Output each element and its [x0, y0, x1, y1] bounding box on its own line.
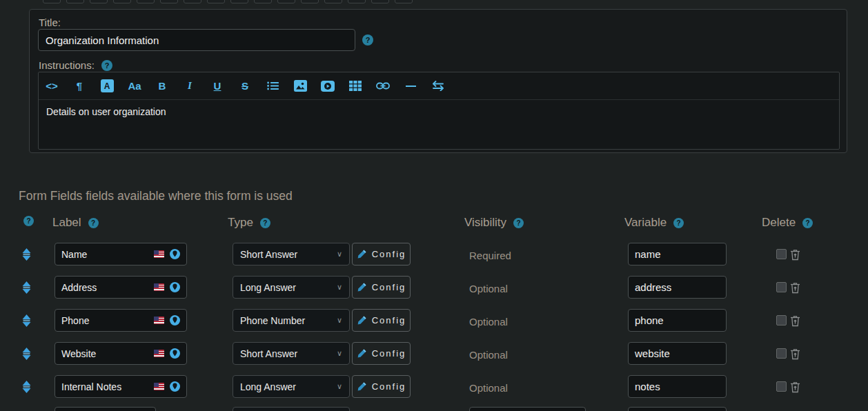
instructions-content[interactable]: Details on user organization	[39, 100, 839, 123]
field-type-select[interactable]: Short Answer ∨	[233, 342, 350, 365]
delete-checkbox[interactable]	[776, 249, 787, 259]
video-icon[interactable]	[319, 78, 337, 94]
field-label-input[interactable]: Phone	[55, 309, 187, 332]
new-field-label-input[interactable]	[55, 407, 156, 411]
new-field-variable-input[interactable]	[628, 407, 727, 411]
table-icon[interactable]	[346, 78, 364, 94]
us-flag-icon[interactable]	[154, 383, 164, 390]
drag-handle-icon[interactable]	[21, 314, 32, 327]
delete-checkbox[interactable]	[776, 315, 787, 325]
font-size-icon[interactable]: Aa	[126, 78, 144, 94]
globe-translate-icon[interactable]	[170, 315, 180, 325]
top-toolbar-button[interactable]	[348, 0, 366, 3]
title-help-icon[interactable]: ?	[362, 34, 373, 46]
drag-handle-icon[interactable]	[21, 248, 32, 261]
field-type-select[interactable]: Phone Number ∨	[233, 309, 350, 332]
trash-icon[interactable]	[790, 381, 800, 393]
variable-input[interactable]: name	[628, 243, 727, 265]
horizontal-rule-icon[interactable]	[402, 78, 420, 94]
field-label-input[interactable]: Address	[55, 276, 187, 299]
field-type-select[interactable]: Long Answer ∨	[233, 375, 350, 398]
us-flag-icon[interactable]	[154, 250, 164, 258]
globe-translate-icon[interactable]	[170, 249, 180, 259]
globe-translate-icon[interactable]	[170, 282, 180, 292]
delete-help-icon[interactable]: ?	[802, 218, 813, 228]
field-label-input[interactable]: Internal Notes	[55, 375, 187, 398]
delete-checkbox[interactable]	[776, 348, 787, 359]
column-header-variable: Variable ?	[624, 216, 684, 230]
top-toolbar-button[interactable]	[371, 0, 389, 3]
field-type-value: Short Answer	[240, 249, 297, 260]
globe-translate-icon[interactable]	[170, 381, 180, 392]
us-flag-icon[interactable]	[154, 350, 164, 357]
label-help-icon[interactable]: ?	[88, 218, 99, 228]
top-toolbar-button[interactable]	[230, 0, 248, 3]
swap-arrows-icon[interactable]	[429, 78, 447, 94]
variable-input[interactable]: phone	[628, 309, 727, 332]
top-toolbar-button[interactable]	[43, 0, 61, 3]
type-help-icon[interactable]: ?	[260, 218, 270, 228]
strikethrough-icon[interactable]: S	[236, 78, 254, 94]
us-flag-icon[interactable]	[154, 317, 164, 324]
variable-value: website	[635, 348, 670, 359]
trash-icon[interactable]	[790, 348, 800, 360]
new-field-type-select[interactable]	[233, 407, 350, 411]
field-label-input[interactable]: Website	[55, 342, 187, 365]
top-toolbar-button[interactable]	[301, 0, 319, 3]
field-label-value: Internal Notes	[61, 381, 148, 392]
top-toolbar-button[interactable]	[395, 0, 413, 3]
top-toolbar-button[interactable]	[254, 0, 272, 3]
variable-input[interactable]: notes	[628, 375, 727, 398]
top-toolbar-button[interactable]	[184, 0, 201, 3]
field-type-select[interactable]: Long Answer ∨	[233, 276, 350, 299]
link-icon[interactable]	[374, 78, 392, 94]
top-toolbar-button[interactable]	[207, 0, 225, 3]
top-toolbar-button[interactable]	[66, 0, 84, 3]
top-toolbar-button[interactable]	[160, 0, 178, 3]
font-color-icon[interactable]: A	[98, 78, 116, 94]
top-toolbar-button[interactable]	[137, 0, 155, 3]
instructions-help-icon[interactable]: ?	[101, 60, 112, 71]
field-type-select[interactable]: Short Answer ∨	[233, 243, 350, 265]
bold-icon[interactable]: B	[153, 78, 171, 94]
visibility-help-icon[interactable]: ?	[513, 218, 524, 228]
code-view-icon[interactable]: <>	[43, 78, 61, 94]
field-type-value: Long Answer	[240, 282, 296, 293]
title-input[interactable]	[38, 29, 355, 51]
delete-checkbox[interactable]	[776, 381, 787, 392]
top-toolbar-button[interactable]	[277, 0, 295, 3]
trash-icon[interactable]	[790, 314, 800, 327]
config-button[interactable]: Config	[352, 342, 411, 365]
delete-checkbox[interactable]	[776, 282, 787, 292]
variable-help-icon[interactable]: ?	[673, 218, 684, 228]
new-field-visibility-select[interactable]	[469, 407, 586, 411]
variable-input[interactable]: website	[628, 342, 727, 365]
underline-icon[interactable]: U	[208, 78, 226, 94]
italic-icon[interactable]: I	[181, 78, 199, 94]
column-visibility-text: Visibility	[464, 216, 506, 230]
image-icon[interactable]	[291, 78, 309, 94]
variable-input[interactable]: address	[628, 276, 727, 299]
top-toolbar-button[interactable]	[324, 0, 342, 3]
trash-icon[interactable]	[790, 248, 800, 261]
us-flag-icon[interactable]	[154, 283, 164, 291]
config-button[interactable]: Config	[352, 309, 411, 332]
config-button[interactable]: Config	[352, 375, 411, 398]
variable-value: address	[635, 281, 671, 293]
top-toolbar-button[interactable]	[90, 0, 108, 3]
globe-translate-icon[interactable]	[170, 348, 180, 359]
field-type-value: Phone Number	[240, 315, 305, 326]
trash-icon[interactable]	[790, 281, 800, 294]
config-button[interactable]: Config	[352, 243, 411, 265]
bullet-list-icon[interactable]	[264, 78, 282, 94]
drag-handle-icon[interactable]	[21, 348, 32, 360]
config-button[interactable]: Config	[352, 276, 411, 299]
visibility-value: Required	[469, 243, 511, 268]
top-toolbar-strip	[43, 0, 413, 3]
rows-help-icon[interactable]: ?	[23, 216, 34, 226]
top-toolbar-button[interactable]	[113, 0, 131, 3]
field-label-input[interactable]: Name	[55, 243, 187, 265]
drag-handle-icon[interactable]	[21, 281, 32, 294]
paragraph-icon[interactable]: ¶	[70, 78, 88, 94]
drag-handle-icon[interactable]	[21, 381, 32, 393]
